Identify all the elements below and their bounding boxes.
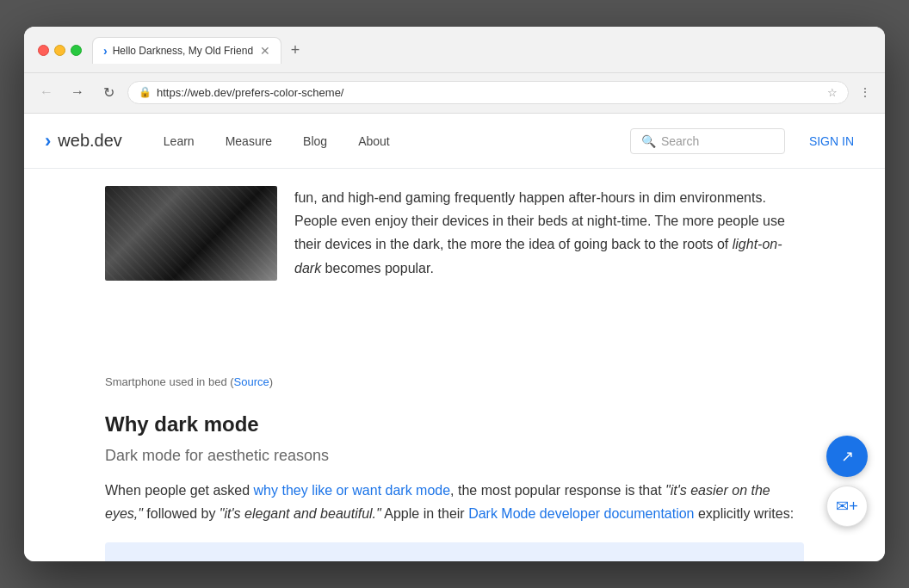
caption-text-after: ) [269, 375, 273, 388]
nav-blog[interactable]: Blog [289, 127, 341, 155]
share-icon: ↗ [841, 447, 854, 466]
titlebar: › Hello Darkness, My Old Friend ✕ + [24, 27, 885, 73]
body-mid2: followed by [143, 506, 220, 521]
url-text: https://web.dev/prefers-color-scheme/ [157, 86, 822, 99]
tab-title: Hello Darkness, My Old Friend [113, 45, 253, 57]
browser-icons: ⋮ [856, 83, 875, 102]
image-caption: Smartphone used in bed (Source) [105, 375, 277, 388]
tab-bar: › Hello Darkness, My Old Friend ✕ + [92, 37, 306, 64]
share-fab-button[interactable]: ↗ [826, 436, 868, 477]
nav-learn[interactable]: Learn [150, 127, 208, 155]
new-tab-button[interactable]: + [285, 40, 306, 61]
body-mid4: explicitly writes: [695, 506, 795, 521]
active-tab[interactable]: › Hello Darkness, My Old Friend ✕ [92, 37, 281, 64]
search-placeholder: Search [661, 134, 699, 148]
body-mid1: , the most popular response is that [450, 483, 665, 498]
article-image [105, 186, 277, 281]
caption-source-link[interactable]: Source [234, 375, 269, 388]
continuation-text-before: fun, and high-end gaming frequently happ… [294, 190, 785, 251]
close-window-button[interactable] [38, 45, 49, 56]
continuation-text-after: becomes popular. [321, 261, 434, 275]
email-fab-button[interactable]: ✉+ [826, 486, 868, 527]
tab-favicon: › [103, 44, 108, 58]
body-mid3: Apple in their [381, 506, 468, 521]
image-caption-area: Smartphone used in bed (Source) fun, and… [105, 169, 804, 388]
nav-about[interactable]: About [344, 127, 404, 155]
extensions-icon[interactable]: ⋮ [856, 83, 875, 102]
lock-icon: 🔒 [139, 86, 152, 98]
continuation-text: fun, and high-end gaming frequently happ… [294, 186, 804, 280]
browser-window: › Hello Darkness, My Old Friend ✕ + ← → … [24, 27, 885, 561]
caption-text-before: Smartphone used in bed ( [105, 375, 234, 388]
bookmark-icon[interactable]: ☆ [827, 86, 838, 99]
webpage[interactable]: › web.dev Learn Measure Blog About 🔍 Sea… [24, 114, 885, 561]
address-bar[interactable]: 🔒 https://web.dev/prefers-color-scheme/ … [127, 81, 849, 104]
highlight-block: "The choice of whether to enable a light… [105, 542, 804, 561]
dark-mode-survey-link[interactable]: why they like or want dark mode [254, 483, 451, 498]
site-nav: › web.dev Learn Measure Blog About 🔍 Sea… [24, 114, 885, 169]
sign-in-button[interactable]: SIGN IN [799, 127, 864, 155]
quote2-italic: "it's elegant and beautiful." [220, 506, 381, 521]
minimize-window-button[interactable] [54, 45, 65, 56]
site-logo[interactable]: › web.dev [45, 130, 122, 152]
reload-button[interactable]: ↻ [96, 80, 121, 104]
fullscreen-window-button[interactable] [71, 45, 82, 56]
traffic-lights [38, 45, 82, 56]
forward-button[interactable]: → [65, 80, 90, 104]
logo-text: web.dev [58, 131, 122, 151]
fab-container: ↗ ✉+ [826, 436, 868, 527]
addressbar-row: ← → ↻ 🔒 https://web.dev/prefers-color-sc… [24, 73, 885, 114]
tab-close-button[interactable]: ✕ [260, 44, 270, 58]
back-button[interactable]: ← [34, 80, 59, 104]
nav-measure[interactable]: Measure [212, 127, 286, 155]
subsection-heading: Dark mode for aesthetic reasons [105, 447, 804, 465]
highlight-quote: "The choice of whether to enable a light… [122, 556, 787, 561]
section-heading: Why dark mode [105, 412, 804, 436]
body-intro: When people get asked [105, 483, 254, 498]
logo-icon: › [45, 130, 51, 152]
search-icon: 🔍 [641, 134, 656, 148]
search-box[interactable]: 🔍 Search [630, 128, 785, 154]
email-icon: ✉+ [836, 497, 858, 516]
apple-doc-link[interactable]: Dark Mode developer documentation [468, 506, 694, 521]
body-paragraph: When people get asked why they like or w… [105, 479, 804, 525]
article-content: Smartphone used in bed (Source) fun, and… [84, 169, 825, 561]
nav-links: Learn Measure Blog About [150, 127, 630, 155]
